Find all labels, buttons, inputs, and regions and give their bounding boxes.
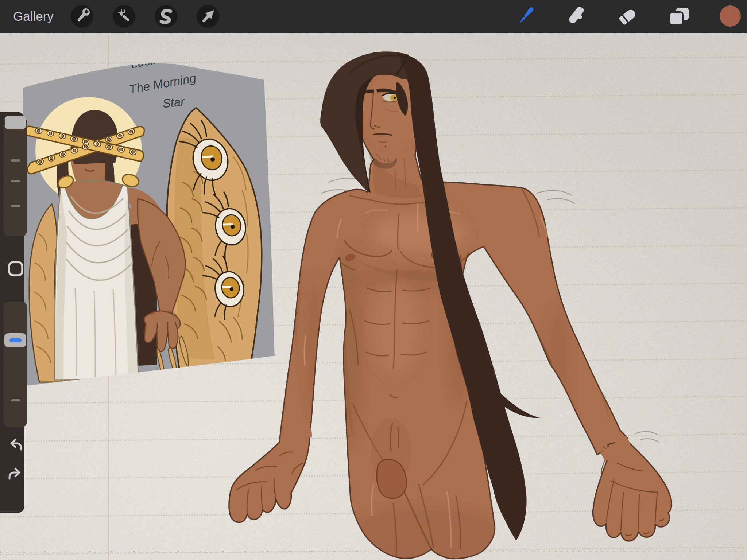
svg-text:Gallery: Gallery — [13, 9, 54, 23]
svg-text:Star: Star — [162, 94, 186, 110]
